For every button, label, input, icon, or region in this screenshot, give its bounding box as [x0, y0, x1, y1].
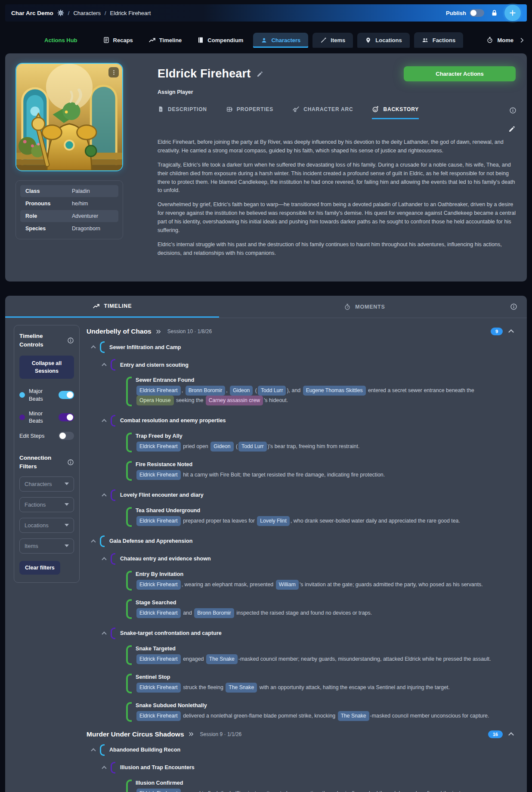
beat-title[interactable]: Chateau entry and evidence shown	[120, 556, 211, 562]
entity-chip-fac[interactable]: Carney assassin crew	[206, 396, 263, 405]
entity-chip-char[interactable]: Todd Lurr	[238, 442, 267, 452]
collapse-beat-icon[interactable]	[102, 766, 106, 770]
beat-title[interactable]: Sewer Infiltration and Camp	[109, 344, 181, 350]
collapse-beat-icon[interactable]	[102, 419, 106, 424]
entity-chip-char[interactable]: Eugene Thomas Skittles	[303, 386, 366, 396]
collapse-all-sessions-button[interactable]: Collapse all Sessions	[19, 356, 74, 379]
clear-filters-button[interactable]: Clear filters	[19, 561, 60, 575]
entity-chip-char[interactable]: Eldrick Fireheart	[136, 654, 181, 664]
edit-steps-toggle[interactable]	[59, 432, 74, 440]
entity-chip-char[interactable]: Lovely Flint	[257, 516, 290, 526]
add-button[interactable]	[504, 5, 521, 21]
step-text-fragment: 's invitation at the gate; guards admitt…	[300, 582, 483, 588]
collapse-beat-icon[interactable]	[91, 345, 96, 350]
stopwatch-icon	[344, 303, 351, 310]
entity-chip-char[interactable]: Eldrick Fireheart	[136, 683, 181, 693]
tab-properties[interactable]: PROPERTIES	[226, 106, 273, 119]
tab-backstory[interactable]: BACKSTORY	[372, 105, 419, 119]
collapse-beat-icon[interactable]	[91, 539, 96, 544]
entity-chip-char[interactable]: Gideon	[210, 442, 233, 452]
tab-character-arc[interactable]: CHARACTER ARC	[292, 105, 353, 119]
beat-title[interactable]: Abandoned Building Recon	[109, 747, 180, 753]
collapse-beat-icon[interactable]	[102, 631, 106, 636]
session-title[interactable]: Murder Under Circus Shadows	[87, 730, 184, 738]
step-title: Trap Freed by Ally	[136, 433, 359, 439]
tab-moments[interactable]: MOMENTS	[219, 296, 510, 318]
edit-backstory-icon[interactable]	[508, 125, 516, 133]
items-filter-select[interactable]: Items	[19, 538, 74, 554]
beat-title[interactable]: Entry and cistern scouting	[120, 362, 189, 368]
entity-chip-char[interactable]: The Snake	[226, 683, 257, 693]
factions-filter-select[interactable]: Factions	[19, 497, 74, 512]
collapse-session-icon[interactable]	[508, 732, 514, 738]
app-title: Char Arc Demo	[11, 10, 53, 16]
session-header: Underbelly of Chaos Session 10 · 1/8/26 …	[87, 328, 515, 335]
characters-filter-select[interactable]: Characters	[19, 476, 74, 492]
entity-chip-char[interactable]: Bronn Boromir	[186, 386, 226, 396]
locations-filter-select[interactable]: Locations	[19, 518, 74, 533]
nav-recaps[interactable]: Recaps	[96, 37, 139, 43]
minor-beat-bracket	[111, 489, 115, 501]
entity-chip-loc[interactable]: Opera House	[136, 396, 174, 405]
entity-chip-char[interactable]: Eldrick Fireheart	[136, 470, 181, 480]
portrait-menu-button[interactable]	[108, 67, 119, 77]
collapse-beat-icon[interactable]	[102, 557, 106, 562]
entity-chip-char[interactable]: Bronn Boromir	[194, 608, 234, 618]
info-icon[interactable]	[510, 296, 527, 318]
entity-chip-char[interactable]: Eldrick Fireheart	[136, 608, 181, 618]
major-beat-dot	[19, 392, 25, 398]
gear-icon[interactable]	[57, 9, 64, 16]
collapse-beat-icon[interactable]	[91, 748, 96, 753]
character-detail-column: Eldrick Fireheart Character Actions Assi…	[158, 63, 517, 271]
entity-chip-char[interactable]: The Snake	[206, 654, 238, 664]
nav-actions-hub[interactable]: Actions Hub	[38, 37, 94, 43]
tab-timeline[interactable]: TIMELINE	[5, 296, 219, 318]
minor-beat-bracket	[111, 628, 115, 639]
info-icon[interactable]	[509, 107, 517, 118]
entity-chip-char[interactable]: Todd Lurr	[258, 386, 286, 396]
double-chevron-icon[interactable]	[188, 731, 195, 737]
nav-factions[interactable]: Factions	[414, 32, 463, 48]
nav-items[interactable]: Items	[312, 33, 353, 48]
collapse-session-icon[interactable]	[508, 329, 514, 335]
entity-chip-char[interactable]: Gideon	[230, 386, 253, 396]
info-icon[interactable]	[67, 332, 74, 349]
info-icon[interactable]	[67, 454, 74, 470]
lock-icon[interactable]	[491, 9, 498, 17]
beat-title[interactable]: Illusion and Trap Encounters	[120, 764, 195, 770]
entity-chip-char[interactable]: The Snake	[338, 711, 369, 721]
entity-chip-char[interactable]: Eldrick Fireheart	[136, 580, 181, 590]
step-text-fragment: (	[235, 443, 238, 449]
nav-characters[interactable]: Characters	[253, 33, 308, 48]
entity-chip-char[interactable]: Eldrick Fireheart	[136, 711, 181, 721]
step-item: Entry By Invitation Eldrick Fireheart, w…	[126, 571, 515, 591]
tab-description[interactable]: DESCRIPTION	[158, 106, 207, 119]
nav-compendium[interactable]: Compendium	[191, 37, 250, 43]
double-chevron-icon[interactable]	[155, 328, 162, 335]
breadcrumb-characters[interactable]: Characters	[73, 10, 101, 16]
character-actions-button[interactable]: Character Actions	[404, 66, 516, 81]
step-item: Trap Freed by Ally Eldrick Fireheart pri…	[126, 433, 515, 452]
collapse-beat-icon[interactable]	[102, 363, 106, 368]
beat-title[interactable]: Gala Defense and Apprehension	[109, 538, 192, 544]
beat-title[interactable]: Lovely Flint encounter and diary	[120, 492, 204, 498]
collapse-beat-icon[interactable]	[102, 493, 106, 498]
entity-chip-char[interactable]: William	[276, 580, 299, 590]
publish-toggle[interactable]	[470, 9, 484, 17]
nav-moments[interactable]: Mome	[486, 37, 513, 43]
nav-timeline[interactable]: Timeline	[142, 37, 189, 44]
beat-title[interactable]: Combat resolution and enemy properties	[120, 418, 226, 424]
entity-chip-char[interactable]: Eldrick Fireheart	[136, 516, 181, 526]
step-text-fragment: hit a carny with Fire Bolt; the target r…	[182, 472, 385, 478]
entity-chip-char[interactable]: Eldrick Fireheart	[136, 386, 181, 396]
major-beats-toggle[interactable]	[59, 391, 74, 399]
edit-name-icon[interactable]	[257, 71, 263, 77]
assign-player-link[interactable]: Assign Player	[158, 89, 517, 95]
nav-locations[interactable]: Locations	[357, 33, 409, 48]
nav-overflow-chevron-icon[interactable]	[519, 37, 525, 43]
beat-title[interactable]: Snake-target confrontation and capture	[120, 630, 222, 636]
session-title[interactable]: Underbelly of Chaos	[87, 328, 152, 335]
minor-beats-toggle[interactable]	[59, 413, 74, 421]
entity-chip-char[interactable]: Eldrick Fireheart	[136, 789, 181, 792]
entity-chip-char[interactable]: Eldrick Fireheart	[136, 442, 181, 452]
